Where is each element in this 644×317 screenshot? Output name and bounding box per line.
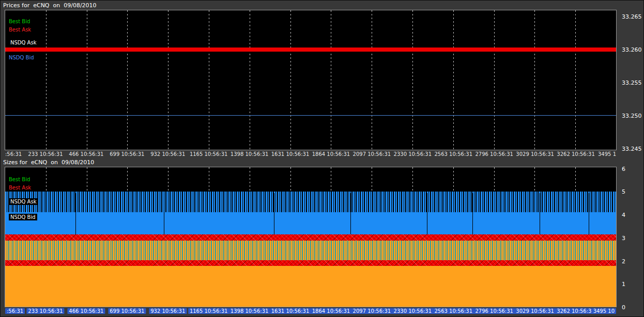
gridline — [168, 10, 168, 150]
y-tick-label: 6 — [622, 165, 625, 172]
y-tick-label: 0 — [622, 304, 625, 311]
prices-chart-area[interactable]: Best Bid Best Ask NSDQ Ask NSDQ Bid — [5, 10, 617, 150]
y-tick-label: 2 — [622, 258, 625, 264]
gridline — [250, 10, 250, 150]
separator-line — [274, 193, 274, 234]
separator-line — [472, 193, 473, 234]
layer-nsdq-ask-size-area — [5, 212, 616, 234]
x-tick-label: 1631 10:56:31 — [270, 308, 311, 314]
layer-nsdq-bid-size-stripes — [5, 241, 616, 261]
x-tick-label: 699 10:56:31 — [108, 308, 146, 314]
series-line-nsdq-bid-flat- — [5, 115, 616, 116]
gridline — [453, 10, 454, 150]
x-tick-label: 2330 10:56:31 — [392, 308, 434, 314]
separator-line — [427, 193, 427, 234]
y-tick-label: 33.260 — [622, 46, 642, 53]
x-tick-label: 2796 10:56:31 — [475, 151, 513, 157]
x-tick-label: 2563 10:56:31 — [433, 308, 474, 314]
sizes-legend-best-bid: Best Bid — [9, 177, 30, 182]
gridline — [209, 10, 209, 150]
layer-best-ask-size-band-at-3 — [5, 234, 616, 241]
y-tick-label: 3 — [622, 234, 625, 241]
separator-line — [589, 193, 589, 234]
gridline — [46, 10, 47, 150]
gridline — [127, 10, 128, 150]
x-tick-label: 233 10:56:31 — [28, 151, 63, 157]
x-tick-label: 2097 10:56:31 — [351, 308, 393, 314]
sizes-legend-nsdq-bid: NSDQ Bid — [9, 214, 37, 220]
prices-plot[interactable] — [5, 10, 616, 150]
sizes-x-axis: :56:31233 10:56:31466 10:56:31699 10:56:… — [5, 307, 617, 316]
x-tick-label: 1165 10:56:31 — [190, 151, 228, 157]
series-line-best-ask-nsdq-ask-flat- — [5, 47, 616, 52]
prices-x-axis: :56:31233 10:56:31466 10:56:31699 10:56:… — [5, 150, 617, 158]
sizes-legend-best-ask: Best Ask — [9, 185, 31, 191]
separator-line — [540, 193, 540, 234]
separator-line — [164, 193, 164, 234]
gridline — [290, 10, 291, 150]
x-tick-label: 3262 10:56:31 — [557, 151, 595, 157]
prices-legend-nsdq-ask: NSDQ Ask — [9, 39, 38, 46]
x-tick-label: 932 10:56:31 — [150, 151, 185, 157]
x-tick-label: 1864 10:56:31 — [311, 308, 352, 314]
prices-legend-best-ask: Best Ask — [9, 27, 31, 33]
x-tick-label: 1864 10:56:31 — [312, 151, 350, 157]
market-data-window: Prices for eCNQ on 09/08/2010 Best Bid B… — [0, 0, 644, 317]
sizes-legend-nsdq-ask: NSDQ Ask — [9, 198, 38, 205]
gridline — [494, 10, 495, 150]
x-tick-label: 3029 10:56:31 — [514, 308, 556, 314]
x-tick-label: 466 10:56:31 — [67, 308, 105, 314]
gridline — [87, 10, 87, 150]
x-tick-label: 2330 10:56:31 — [394, 151, 432, 157]
x-tick-label: 3495 10 — [592, 308, 616, 314]
y-tick-label: 33.265 — [622, 13, 642, 20]
x-tick-label: 932 10:56:31 — [149, 308, 187, 314]
y-tick-label: 5 — [622, 188, 625, 195]
separator-line — [350, 193, 351, 234]
x-tick-label: :56:31 — [5, 151, 22, 157]
x-tick-label: 3495 1 — [598, 151, 616, 157]
y-tick-label: 4 — [622, 212, 625, 218]
x-tick-label: 1631 10:56:31 — [271, 151, 310, 157]
x-tick-label: 3029 10:56:31 — [516, 151, 554, 157]
layer-nsdq-ask-size-spikes — [5, 192, 616, 212]
sizes-chart-row: Best Bid Best Ask NSDQ Ask NSDQ Bid 6543… — [1, 167, 643, 307]
sizes-panel-title: Sizes for eCNQ on 09/08/2010 — [1, 158, 643, 167]
y-tick-label: 33.245 — [622, 146, 642, 152]
y-tick-label: 33.255 — [622, 80, 642, 86]
x-tick-label: 466 10:56:31 — [69, 151, 103, 157]
y-tick-label: 1 — [622, 281, 625, 288]
x-tick-label: :56:31 — [5, 308, 25, 314]
prices-chart-row: Best Bid Best Ask NSDQ Ask NSDQ Bid 33.2… — [1, 10, 643, 150]
y-tick-label: 33.250 — [622, 113, 642, 119]
x-tick-label: 2563 10:56:31 — [434, 151, 472, 157]
x-tick-label: 1398 10:56:31 — [229, 308, 270, 314]
x-tick-label: 233 10:56:31 — [26, 308, 64, 314]
x-tick-label: 3262 10:56:31 — [555, 308, 596, 314]
gridline — [331, 10, 331, 150]
gridline — [372, 10, 372, 150]
prices-panel-title: Prices for eCNQ on 09/08/2010 — [1, 1, 643, 10]
x-tick-label: 1165 10:56:31 — [188, 308, 229, 314]
gridline — [412, 10, 413, 150]
x-tick-label: 2796 10:56:31 — [473, 308, 515, 314]
layer-best-bid-size-area — [5, 265, 616, 307]
sizes-chart-area[interactable]: Best Bid Best Ask NSDQ Ask NSDQ Bid — [5, 167, 617, 307]
x-tick-label: 2097 10:56:31 — [353, 151, 391, 157]
x-tick-label: 1398 10:56:31 — [231, 151, 269, 157]
x-tick-label: 699 10:56:31 — [110, 151, 144, 157]
layer-best-ask-size-band-at-2 — [5, 260, 616, 266]
sizes-plot[interactable] — [5, 167, 616, 307]
sizes-y-axis: 6543210 — [617, 167, 643, 307]
prices-legend-best-bid: Best Bid — [9, 19, 30, 24]
gridline — [575, 10, 576, 150]
gridline — [534, 10, 535, 150]
prices-legend-nsdq-bid: NSDQ Bid — [9, 55, 34, 60]
prices-y-axis: 33.26533.26033.25533.25033.245 — [617, 10, 643, 150]
separator-line — [75, 193, 76, 234]
